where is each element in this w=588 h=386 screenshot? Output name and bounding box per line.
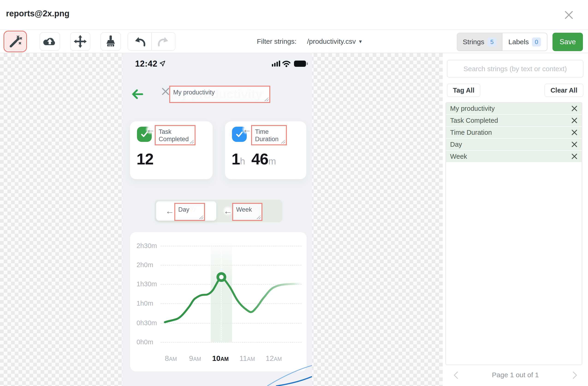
tag-arrow-icon[interactable]: ←	[145, 124, 156, 135]
status-icons	[272, 60, 309, 67]
string-item[interactable]: Task Completed	[446, 115, 582, 127]
remove-string-icon[interactable]	[571, 153, 578, 160]
clear-all-button[interactable]: Clear All	[545, 84, 583, 97]
tag-arrow-icon[interactable]: ←	[164, 206, 175, 216]
strings-labels-tabs: Strings 5 Labels 0	[457, 33, 547, 51]
strings-sidebar: Tag All Clear All My productivity Task C…	[443, 53, 588, 386]
page-next-icon[interactable]	[570, 370, 579, 380]
move-button[interactable]	[70, 32, 90, 51]
search-input[interactable]	[447, 60, 583, 77]
x-tick: 11AM	[239, 354, 255, 363]
battery-icon	[294, 60, 308, 67]
remove-string-icon[interactable]	[571, 141, 578, 148]
tag-arrow-icon[interactable]: ←	[223, 206, 233, 216]
tag-box-week[interactable]: Week	[232, 203, 262, 221]
x-tick-selected: 10AM	[212, 354, 229, 363]
duration-value: 1h 46m	[231, 150, 276, 168]
string-item[interactable]: Day	[446, 139, 582, 151]
page-indicator: Page 1 out of 1	[443, 371, 588, 379]
string-item[interactable]: My productivity	[446, 103, 582, 115]
remove-string-icon[interactable]	[571, 105, 578, 112]
back-arrow-icon[interactable]	[131, 88, 144, 101]
cloud-upload-icon	[42, 34, 57, 49]
window-titlebar: reports@2x.png	[0, 0, 588, 30]
tasks-value: 12	[137, 150, 154, 168]
filter-strings: Filter strings: /productivity.csv ▾	[257, 30, 362, 53]
remove-string-icon[interactable]	[571, 129, 578, 136]
phone-screenshot: 12:42 My productivity	[123, 53, 312, 386]
brush-icon	[103, 34, 118, 49]
signal-icon	[272, 60, 280, 67]
redo-button[interactable]	[151, 33, 175, 50]
string-item[interactable]: Time Duration	[446, 127, 582, 139]
upload-button[interactable]	[40, 32, 60, 51]
toolbar: Filter strings: /productivity.csv ▾ Stri…	[0, 30, 588, 53]
pagination: Page 1 out of 1	[443, 369, 588, 382]
undo-button[interactable]	[128, 33, 151, 50]
labels-count-badge: 0	[532, 38, 541, 47]
string-list: My productivity Task Completed Time Dura…	[445, 102, 582, 365]
strings-count-badge: 5	[487, 38, 496, 47]
save-button[interactable]: Save	[552, 33, 583, 51]
x-tick: 8AM	[165, 354, 177, 363]
window-title: reports@2x.png	[6, 9, 69, 19]
remove-string-icon[interactable]	[571, 117, 578, 124]
chevron-down-icon: ▾	[359, 38, 362, 45]
filter-file-dropdown[interactable]: /productivity.csv ▾	[307, 38, 362, 45]
editor-canvas[interactable]: 12:42 My productivity	[0, 53, 443, 386]
remove-tag-icon[interactable]	[161, 87, 170, 96]
tab-strings[interactable]: Strings 5	[457, 33, 503, 51]
string-item[interactable]: Week	[446, 151, 582, 163]
tab-labels[interactable]: Labels 0	[503, 33, 547, 51]
card-time-duration: TimeDuration ← Time Duration 1h 46m	[225, 121, 306, 179]
productivity-chart: 2h30m 2h0m 1h30m 1h0m 0h30m 0h0m	[130, 232, 307, 371]
undo-redo-group	[127, 32, 175, 51]
peak-marker	[218, 274, 225, 281]
move-icon	[73, 34, 88, 49]
status-time: 12:42	[135, 59, 157, 69]
tag-box-title[interactable]: My productivity	[169, 86, 270, 103]
tag-box-time-duration[interactable]: Time Duration	[251, 125, 287, 145]
filter-label: Filter strings:	[257, 38, 296, 45]
x-tick: 9AM	[189, 354, 201, 363]
undo-icon	[133, 36, 147, 47]
redo-icon	[157, 36, 170, 47]
magic-wand-button[interactable]	[5, 32, 25, 51]
wifi-icon	[283, 61, 290, 67]
tag-box-task-completed[interactable]: Task Completed	[155, 125, 195, 145]
brush-button[interactable]	[101, 32, 121, 51]
location-arrow-icon	[159, 60, 166, 67]
tag-box-day[interactable]: Day	[174, 203, 205, 221]
card-task-completed: TaskCompleted ← Task Completed 12	[130, 121, 213, 179]
line-series	[130, 232, 307, 371]
tag-all-button[interactable]: Tag All	[447, 84, 480, 97]
magic-wand-icon	[8, 34, 22, 49]
tag-arrow-icon[interactable]: ←	[242, 124, 252, 135]
bottom-chart-curves	[261, 360, 312, 386]
close-icon[interactable]	[564, 10, 574, 20]
